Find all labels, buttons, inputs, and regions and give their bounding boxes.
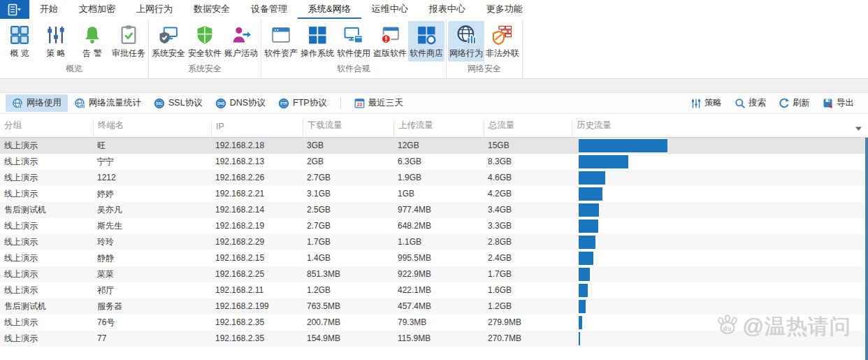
app-menu-button[interactable] (0, 0, 29, 19)
cell-history-traffic (572, 170, 868, 186)
tab-1[interactable]: 网络使用 (6, 94, 68, 112)
cell-terminal-name: 菜菜 (93, 266, 211, 282)
cell-ip: 192.168.2.14 (211, 202, 303, 218)
column-header-2[interactable]: 终端名 (93, 120, 211, 137)
cell-download: 2.5GB (303, 202, 393, 218)
cell-group: 线上演示 (0, 138, 93, 154)
ribbon-button-security-software-shield[interactable]: 安全软件 (187, 21, 223, 62)
table-row[interactable]: 线上演示斯先生192.168.2.192.7GB648.2MB3.3GB (0, 218, 868, 234)
tab-label: 网络流量统计 (89, 97, 141, 109)
menu-item-1[interactable]: 开始 (29, 0, 68, 19)
column-header-7[interactable]: 历史流量 (572, 120, 868, 137)
ribbon-button-label: 软件使用 (337, 48, 370, 59)
network-usage-table: 分组终端名IP下载流量上传流量总流量历史流量 线上演示旺192.168.2.18… (0, 114, 868, 347)
pirated-software-icon (379, 24, 400, 45)
ribbon-button-approval-clipboard[interactable]: 审批任务 (110, 21, 147, 62)
table-row[interactable]: 线上演示静静192.168.2.151.4GB995.5MB2.4GB (0, 250, 868, 266)
ribbon-button-os-grid[interactable]: 操作系统 (299, 21, 335, 62)
action-label: 策略 (704, 97, 722, 109)
cell-total: 270.7MB (484, 331, 572, 347)
history-traffic-bar (579, 138, 667, 153)
search-icon (735, 98, 746, 109)
menu-item-8[interactable]: 报表中心 (419, 0, 476, 19)
ribbon-button-illegal-connection-shield[interactable]: 非法外联 (484, 21, 521, 62)
cell-history-traffic (572, 282, 868, 298)
table-row[interactable]: 线上演示菜菜192.168.2.25851.3MB922.9MB1.7GB (0, 266, 868, 282)
action-export[interactable]: 导出 (823, 97, 854, 109)
cell-upload: 422.1MB (393, 282, 484, 298)
cell-download: 851.3MB (303, 266, 393, 282)
table-row[interactable]: 线上演示1212192.168.2.262.7GB1.9GB4.6GB (0, 170, 868, 186)
cell-download: 1.2GB (303, 282, 393, 298)
ribbon-button-software-asset-window[interactable]: 软件资产 (263, 21, 299, 62)
menu-item-3[interactable]: 上网行为 (126, 0, 183, 19)
history-traffic-bar (579, 235, 595, 250)
cell-terminal-name: 旺 (93, 138, 211, 154)
cell-total: 3.4GB (484, 202, 572, 218)
table-row[interactable]: 线上演示旺192.168.2.183GB12GB15GB (0, 138, 868, 154)
software-store-icon (416, 24, 437, 45)
dns-badge-icon: DNS (215, 98, 226, 109)
app-menu-icon (7, 3, 22, 16)
tab-4[interactable]: DNSDNS协议 (209, 94, 272, 112)
ftp-badge-icon: FTP (278, 98, 289, 109)
column-header-5[interactable]: 上传流量 (393, 120, 484, 137)
ribbon-button-account-activity[interactable]: 账户活动 (223, 21, 259, 62)
cell-terminal-name: 祁厅 (93, 282, 211, 298)
action-search[interactable]: 搜索 (735, 97, 766, 109)
cell-group: 线上演示 (0, 218, 93, 234)
action-sliders-blue[interactable]: 策略 (690, 97, 722, 109)
ribbon-button-overview-grid[interactable]: 概 览 (1, 21, 38, 62)
vertical-scrollbar[interactable] (865, 138, 868, 360)
table-row[interactable]: 线上演示76号192.168.2.35200.7MB79.3MB279.9MB (0, 315, 868, 331)
app-window: 开始文档加密上网行为数据安全设备管理系统&网络运维中心报表中心更多功能 概 览策… (0, 0, 868, 360)
ribbon-button-policy-sliders[interactable]: 策 略 (38, 21, 74, 62)
tab-5[interactable]: FTPFTP协议 (272, 94, 333, 112)
action-refresh[interactable]: 刷新 (779, 97, 810, 109)
cell-history-traffic (572, 186, 868, 202)
column-header-3[interactable]: IP (211, 122, 303, 137)
tab-3[interactable]: SSLSSL协议 (147, 94, 209, 112)
cell-history-traffic (572, 298, 868, 315)
column-header-1[interactable]: 分组 (0, 120, 93, 137)
table-row[interactable]: 线上演示77192.168.2.35154.9MB115.9MB270.7MB (0, 331, 868, 347)
menu-item-9[interactable]: 更多功能 (476, 0, 533, 19)
column-header-4[interactable]: 下载流量 (303, 120, 393, 137)
menu-item-4[interactable]: 数据安全 (183, 0, 240, 19)
ribbon-button-pirated-software[interactable]: 盗版软件 (372, 21, 408, 62)
cell-history-traffic (572, 331, 868, 347)
sliders-blue-icon (690, 98, 702, 109)
cell-upload: 1.1GB (393, 234, 484, 250)
ribbon-button-network-behavior-globe[interactable]: 网络行为 (448, 21, 484, 62)
column-header-6[interactable]: 总流量 (484, 120, 572, 137)
menu-item-7[interactable]: 运维中心 (361, 0, 419, 19)
menu-item-5[interactable]: 设备管理 (240, 0, 298, 19)
history-traffic-bar (579, 251, 593, 266)
table-row[interactable]: 线上演示祁厅192.168.2.111.2GB422.1MB1.6GB (0, 282, 868, 298)
ribbon-button-software-store[interactable]: 软件商店 (408, 21, 444, 62)
table-row[interactable]: 售后测试机服务器192.168.2.199763.5MB457.4MB1.2GB (0, 298, 868, 315)
security-software-shield-icon (194, 24, 215, 45)
cell-group: 线上演示 (0, 250, 93, 266)
menu-item-2[interactable]: 文档加密 (68, 0, 126, 19)
ribbon-group-items: 网络行为非法外联 (448, 19, 521, 62)
table-row[interactable]: 线上演示玲玲192.168.2.291.7GB1.1GB2.8GB (0, 234, 868, 250)
history-traffic-bar (579, 154, 628, 169)
history-traffic-bar (579, 267, 590, 282)
date-filter-recent-3-days[interactable]: 23最近三天 (348, 94, 410, 112)
table-row[interactable]: 线上演示宁宁192.168.2.132GB6.3GB8.3GB (0, 154, 868, 170)
cell-history-traffic (572, 234, 868, 250)
table-row[interactable]: 售后测试机吴亦凡192.168.2.142.5GB977.4MB3.4GB (0, 202, 868, 218)
refresh-icon (779, 98, 790, 109)
cell-download: 763.5MB (303, 298, 393, 315)
ribbon-button-system-security-shield[interactable]: 系统安全 (150, 21, 187, 62)
header-dropdown-button[interactable] (855, 126, 862, 131)
cell-terminal-name: 婷婷 (93, 186, 211, 202)
table-row[interactable]: 线上演示婷婷192.168.2.213.1GB1GB4.2GB (0, 186, 868, 202)
ribbon-button-alert-bell[interactable]: 告 警 (74, 21, 110, 62)
menu-item-6[interactable]: 系统&网络 (298, 0, 361, 19)
tab-2[interactable]: 网络流量统计 (68, 94, 147, 112)
cell-download: 154.9MB (303, 331, 393, 347)
cell-history-traffic (572, 250, 868, 266)
ribbon-button-software-usage[interactable]: 软件使用 (335, 21, 372, 62)
